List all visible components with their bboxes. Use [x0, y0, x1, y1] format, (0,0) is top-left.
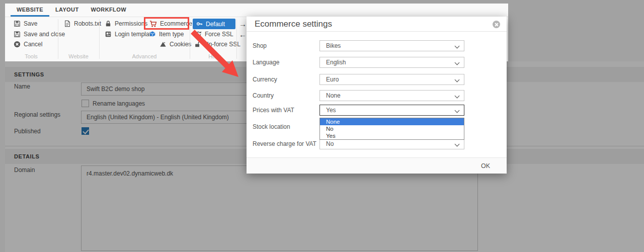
country-label: Country: [253, 92, 274, 99]
reverse-charge-select[interactable]: No: [319, 138, 464, 149]
ok-button[interactable]: OK: [478, 162, 493, 170]
back-arrow-button[interactable]: ←: [239, 30, 247, 39]
currency-select[interactable]: Euro: [319, 74, 464, 85]
save-icon: [14, 20, 21, 27]
cookies-label: Cookies: [170, 41, 191, 48]
prices-with-vat-dropdown-list: None No Yes: [319, 118, 464, 140]
cancel-label: Cancel: [24, 41, 42, 48]
tab-website[interactable]: WEBSITE: [11, 4, 49, 17]
cancel-icon: [14, 41, 21, 48]
tab-workflow[interactable]: WORKFLOW: [85, 4, 132, 17]
language-label: Language: [253, 59, 279, 66]
ecommerce-settings-dialog: Ecommerce settings Shop Bikes Language E…: [247, 17, 507, 174]
default-button[interactable]: Default: [193, 19, 235, 29]
robots-txt-button[interactable]: Robots.txt: [64, 20, 101, 28]
cube-icon: [149, 31, 156, 38]
forward-arrow-button[interactable]: →: [239, 20, 247, 28]
save-label: Save: [24, 20, 37, 27]
unforce-ssl-button[interactable]: Un-force SSL: [194, 40, 240, 48]
shop-label: Shop: [253, 42, 267, 49]
group-divider: [190, 19, 190, 59]
close-icon[interactable]: [493, 21, 500, 28]
group-divider: [236, 19, 237, 59]
currency-label: Currency: [253, 76, 277, 83]
cancel-button[interactable]: Cancel: [14, 40, 42, 48]
key-icon: [196, 21, 203, 27]
dialog-title: Ecommerce settings: [255, 19, 332, 29]
ribbon-tabbar: WEBSITE LAYOUT WORKFLOW: [5, 4, 508, 17]
document-icon: [64, 20, 71, 27]
group-label-tools: Tools: [25, 53, 38, 59]
item-type-button[interactable]: Item type: [149, 30, 184, 38]
dropdown-option-none[interactable]: None: [320, 118, 464, 125]
tab-layout[interactable]: LAYOUT: [49, 4, 85, 17]
group-label-website: Website: [68, 53, 89, 59]
chevron-down-icon: [455, 60, 460, 65]
currency-value: Euro: [326, 76, 339, 83]
sync-icon: [195, 31, 202, 38]
group-divider: [58, 19, 58, 59]
cookie-icon: [159, 41, 167, 48]
save-and-close-label: Save and close: [24, 31, 65, 38]
group-label-https: Https: [208, 53, 221, 59]
reverse-charge-value: No: [326, 140, 334, 147]
language-value: English: [326, 59, 346, 66]
country-value: None: [326, 92, 341, 99]
dialog-footer: OK: [247, 157, 507, 174]
force-ssl-button[interactable]: Force SSL: [195, 30, 233, 38]
unlock-icon: [194, 41, 201, 48]
force-ssl-label: Force SSL: [205, 31, 233, 38]
group-divider: [99, 19, 100, 59]
login-template-icon: [105, 31, 112, 38]
save-and-close-button[interactable]: Save and close: [14, 30, 65, 38]
dialog-header: Ecommerce settings: [247, 17, 507, 32]
save-button[interactable]: Save: [14, 20, 37, 28]
prices-with-vat-value: Yes: [326, 107, 336, 114]
unforce-ssl-label: Un-force SSL: [204, 41, 240, 48]
chevron-down-icon: [455, 44, 460, 49]
language-select[interactable]: English: [319, 57, 464, 68]
item-type-label: Item type: [159, 31, 184, 38]
save-icon: [14, 31, 21, 38]
ecommerce-label: Ecommerce: [160, 20, 192, 27]
default-label: Default: [206, 21, 225, 28]
chevron-down-icon: [455, 77, 460, 82]
chevron-down-icon: [455, 94, 460, 99]
cookies-button[interactable]: Cookies: [159, 40, 191, 48]
ecommerce-button[interactable]: Ecommerce: [149, 20, 192, 28]
permissions-label: Permissions: [115, 20, 147, 27]
stock-location-label: Stock location: [253, 123, 290, 130]
shop-value: Bikes: [326, 42, 341, 49]
dropdown-option-no[interactable]: No: [320, 125, 464, 132]
reverse-charge-label: Reverse charge for VAT: [253, 140, 316, 147]
chevron-down-icon: [455, 108, 460, 113]
prices-with-vat-label: Prices with VAT: [253, 107, 294, 114]
chevron-down-icon: [455, 142, 460, 147]
shop-select[interactable]: Bikes: [319, 40, 464, 51]
lock-icon: [105, 20, 112, 27]
cart-icon: [149, 20, 157, 28]
permissions-button[interactable]: Permissions: [105, 20, 147, 28]
dropdown-option-yes[interactable]: Yes: [320, 132, 464, 139]
login-template-button[interactable]: Login template: [105, 30, 154, 38]
group-label-advanced: Advanced: [132, 53, 157, 59]
robots-txt-label: Robots.txt: [74, 20, 101, 27]
prices-with-vat-select[interactable]: Yes: [319, 105, 464, 116]
country-select[interactable]: None: [319, 90, 464, 101]
login-template-label: Login template: [115, 31, 154, 38]
